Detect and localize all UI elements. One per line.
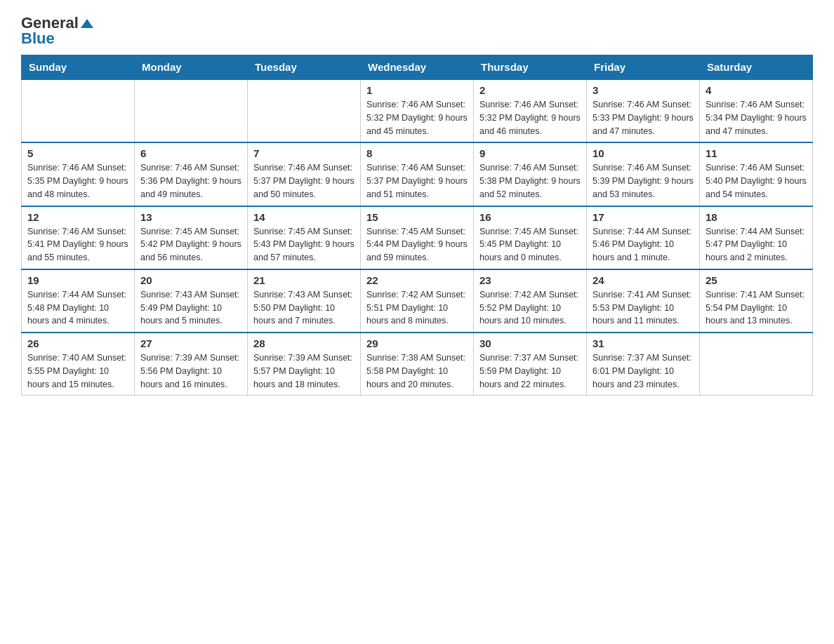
calendar-cell: 31Sunrise: 7:37 AM Sunset: 6:01 PM Dayli… xyxy=(587,333,700,396)
weekday-header-saturday: Saturday xyxy=(700,55,813,80)
calendar-cell xyxy=(248,79,361,142)
calendar-cell: 20Sunrise: 7:43 AM Sunset: 5:49 PM Dayli… xyxy=(135,269,248,333)
day-number: 20 xyxy=(140,274,241,286)
day-info: Sunrise: 7:46 AM Sunset: 5:36 PM Dayligh… xyxy=(140,161,241,201)
day-info: Sunrise: 7:46 AM Sunset: 5:34 PM Dayligh… xyxy=(706,98,807,137)
day-number: 27 xyxy=(140,337,241,349)
day-number: 7 xyxy=(253,147,355,159)
calendar-cell: 4Sunrise: 7:46 AM Sunset: 5:34 PM Daylig… xyxy=(700,79,813,142)
calendar-cell: 24Sunrise: 7:41 AM Sunset: 5:53 PM Dayli… xyxy=(587,269,700,333)
calendar-cell: 12Sunrise: 7:46 AM Sunset: 5:41 PM Dayli… xyxy=(22,206,135,269)
calendar-cell: 9Sunrise: 7:46 AM Sunset: 5:38 PM Daylig… xyxy=(474,142,587,206)
calendar-cell: 29Sunrise: 7:38 AM Sunset: 5:58 PM Dayli… xyxy=(361,333,474,396)
calendar-cell: 25Sunrise: 7:41 AM Sunset: 5:54 PM Dayli… xyxy=(700,269,813,333)
day-number: 30 xyxy=(479,337,581,349)
day-info: Sunrise: 7:43 AM Sunset: 5:50 PM Dayligh… xyxy=(253,288,355,328)
day-number: 5 xyxy=(27,147,128,159)
day-info: Sunrise: 7:45 AM Sunset: 5:42 PM Dayligh… xyxy=(140,225,241,264)
day-number: 6 xyxy=(140,147,241,159)
day-info: Sunrise: 7:41 AM Sunset: 5:54 PM Dayligh… xyxy=(706,288,807,328)
day-info: Sunrise: 7:42 AM Sunset: 5:51 PM Dayligh… xyxy=(366,288,468,328)
weekday-header-friday: Friday xyxy=(587,55,700,80)
day-number: 11 xyxy=(706,147,807,159)
day-number: 31 xyxy=(593,337,694,349)
day-number: 9 xyxy=(479,147,581,159)
day-number: 26 xyxy=(27,337,128,349)
calendar-cell xyxy=(22,79,135,142)
day-info: Sunrise: 7:46 AM Sunset: 5:37 PM Dayligh… xyxy=(366,161,468,201)
day-number: 12 xyxy=(27,211,128,223)
calendar-cell: 15Sunrise: 7:45 AM Sunset: 5:44 PM Dayli… xyxy=(361,206,474,269)
calendar-week-4: 19Sunrise: 7:44 AM Sunset: 5:48 PM Dayli… xyxy=(22,269,813,333)
day-info: Sunrise: 7:39 AM Sunset: 5:57 PM Dayligh… xyxy=(253,351,355,391)
day-info: Sunrise: 7:43 AM Sunset: 5:49 PM Dayligh… xyxy=(140,288,241,328)
weekday-header-tuesday: Tuesday xyxy=(248,55,361,80)
calendar-cell xyxy=(135,79,248,142)
calendar-cell: 28Sunrise: 7:39 AM Sunset: 5:57 PM Dayli… xyxy=(248,333,361,396)
weekday-header-wednesday: Wednesday xyxy=(361,55,474,80)
day-number: 22 xyxy=(366,274,468,286)
calendar-cell: 13Sunrise: 7:45 AM Sunset: 5:42 PM Dayli… xyxy=(135,206,248,269)
day-number: 16 xyxy=(479,211,581,223)
day-number: 28 xyxy=(253,337,355,349)
calendar-cell: 21Sunrise: 7:43 AM Sunset: 5:50 PM Dayli… xyxy=(248,269,361,333)
day-info: Sunrise: 7:46 AM Sunset: 5:41 PM Dayligh… xyxy=(27,225,128,264)
day-number: 21 xyxy=(253,274,355,286)
calendar-cell: 19Sunrise: 7:44 AM Sunset: 5:48 PM Dayli… xyxy=(22,269,135,333)
day-info: Sunrise: 7:45 AM Sunset: 5:44 PM Dayligh… xyxy=(366,225,468,264)
calendar-table: SundayMondayTuesdayWednesdayThursdayFrid… xyxy=(21,55,813,396)
calendar-cell: 30Sunrise: 7:37 AM Sunset: 5:59 PM Dayli… xyxy=(474,333,587,396)
logo-blue-text: Blue xyxy=(21,29,55,48)
calendar-cell xyxy=(700,333,813,396)
day-info: Sunrise: 7:41 AM Sunset: 5:53 PM Dayligh… xyxy=(593,288,694,328)
day-info: Sunrise: 7:44 AM Sunset: 5:46 PM Dayligh… xyxy=(593,225,694,264)
day-number: 15 xyxy=(366,211,468,223)
calendar-cell: 8Sunrise: 7:46 AM Sunset: 5:37 PM Daylig… xyxy=(361,142,474,206)
day-number: 18 xyxy=(706,211,807,223)
weekday-header-sunday: Sunday xyxy=(22,55,135,80)
day-info: Sunrise: 7:37 AM Sunset: 5:59 PM Dayligh… xyxy=(479,351,581,391)
weekday-header-thursday: Thursday xyxy=(474,55,587,80)
day-number: 13 xyxy=(140,211,241,223)
calendar-cell: 3Sunrise: 7:46 AM Sunset: 5:33 PM Daylig… xyxy=(587,79,700,142)
day-number: 17 xyxy=(593,211,694,223)
calendar-cell: 10Sunrise: 7:46 AM Sunset: 5:39 PM Dayli… xyxy=(587,142,700,206)
day-info: Sunrise: 7:46 AM Sunset: 5:40 PM Dayligh… xyxy=(706,161,807,201)
day-info: Sunrise: 7:40 AM Sunset: 5:55 PM Dayligh… xyxy=(27,351,128,391)
day-info: Sunrise: 7:46 AM Sunset: 5:37 PM Dayligh… xyxy=(253,161,355,201)
calendar-week-5: 26Sunrise: 7:40 AM Sunset: 5:55 PM Dayli… xyxy=(22,333,813,396)
day-number: 25 xyxy=(706,274,807,286)
day-number: 14 xyxy=(253,211,355,223)
calendar-cell: 6Sunrise: 7:46 AM Sunset: 5:36 PM Daylig… xyxy=(135,142,248,206)
calendar-cell: 18Sunrise: 7:44 AM Sunset: 5:47 PM Dayli… xyxy=(700,206,813,269)
day-number: 23 xyxy=(479,274,581,286)
day-number: 29 xyxy=(366,337,468,349)
day-info: Sunrise: 7:37 AM Sunset: 6:01 PM Dayligh… xyxy=(593,351,694,391)
day-info: Sunrise: 7:46 AM Sunset: 5:39 PM Dayligh… xyxy=(593,161,694,201)
day-info: Sunrise: 7:42 AM Sunset: 5:52 PM Dayligh… xyxy=(479,288,581,328)
calendar-cell: 23Sunrise: 7:42 AM Sunset: 5:52 PM Dayli… xyxy=(474,269,587,333)
header-row: SundayMondayTuesdayWednesdayThursdayFrid… xyxy=(22,55,813,80)
calendar-cell: 27Sunrise: 7:39 AM Sunset: 5:56 PM Dayli… xyxy=(135,333,248,396)
day-info: Sunrise: 7:46 AM Sunset: 5:35 PM Dayligh… xyxy=(27,161,128,201)
calendar-cell: 26Sunrise: 7:40 AM Sunset: 5:55 PM Dayli… xyxy=(22,333,135,396)
day-info: Sunrise: 7:46 AM Sunset: 5:32 PM Dayligh… xyxy=(366,98,468,137)
day-number: 3 xyxy=(593,84,694,96)
calendar-cell: 17Sunrise: 7:44 AM Sunset: 5:46 PM Dayli… xyxy=(587,206,700,269)
day-number: 4 xyxy=(706,84,807,96)
calendar-cell: 2Sunrise: 7:46 AM Sunset: 5:32 PM Daylig… xyxy=(474,79,587,142)
calendar-header: SundayMondayTuesdayWednesdayThursdayFrid… xyxy=(22,55,813,80)
day-info: Sunrise: 7:46 AM Sunset: 5:38 PM Dayligh… xyxy=(479,161,581,201)
day-info: Sunrise: 7:44 AM Sunset: 5:47 PM Dayligh… xyxy=(706,225,807,264)
calendar-week-3: 12Sunrise: 7:46 AM Sunset: 5:41 PM Dayli… xyxy=(22,206,813,269)
logo: General Blue xyxy=(21,14,93,48)
day-info: Sunrise: 7:39 AM Sunset: 5:56 PM Dayligh… xyxy=(140,351,241,391)
day-number: 24 xyxy=(593,274,694,286)
calendar-cell: 5Sunrise: 7:46 AM Sunset: 5:35 PM Daylig… xyxy=(22,142,135,206)
calendar-body: 1Sunrise: 7:46 AM Sunset: 5:32 PM Daylig… xyxy=(22,79,813,396)
day-info: Sunrise: 7:45 AM Sunset: 5:45 PM Dayligh… xyxy=(479,225,581,264)
day-info: Sunrise: 7:44 AM Sunset: 5:48 PM Dayligh… xyxy=(27,288,128,328)
day-number: 10 xyxy=(593,147,694,159)
page-header: General Blue xyxy=(21,14,813,48)
weekday-header-monday: Monday xyxy=(135,55,248,80)
